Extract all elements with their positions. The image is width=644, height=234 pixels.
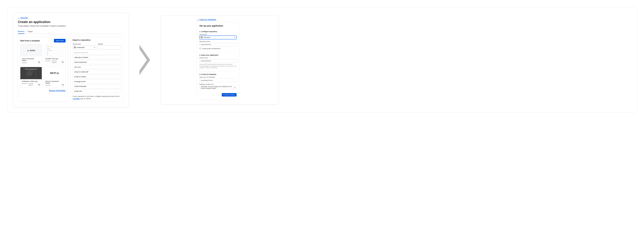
repo-item[interactable]: nextjs-boilerplate [73, 84, 121, 88]
import-title: Import a repository [73, 39, 121, 41]
private-repo-checkbox[interactable]: Create private Git Repository [200, 48, 236, 49]
repo-item[interactable]: platforms-starter-kit [73, 51, 121, 55]
db-location-select[interactable]: Automatic: D1 auto-assigns your database… [200, 86, 236, 89]
templates-title: Start from a template [20, 40, 40, 42]
db-name-input[interactable]: broad-hall-674d-d1 [200, 78, 236, 82]
repo-item[interactable]: message-board [73, 80, 121, 83]
git-account-label: Git account [200, 33, 236, 35]
git-account-value: nevikashah [76, 46, 85, 48]
svg-marker-0 [140, 45, 150, 75]
repo-access-footnote: If your repository is not shown, configu… [73, 95, 121, 100]
chevron-down-icon: ▾ [234, 36, 235, 38]
back-link-label: Overview [20, 17, 28, 19]
template-card-next[interactable]: NEXT.js Next.js Framework Starter Worker… [44, 67, 66, 88]
template-card-astro[interactable]: ▲ Astro Astro Framework Starter Workers … [20, 44, 42, 65]
repo-item[interactable]: nextjs-ai-chatbot [73, 75, 121, 79]
chevron-down-icon: ▾ [94, 46, 95, 48]
templates-card: Start from a template Quick Start ▲ Astr… [18, 36, 68, 102]
git-account-label: Git account [73, 43, 96, 45]
worker-name-label: Worker name [200, 57, 236, 59]
repo-item[interactable]: nextjs-ai-chatbotsdf [73, 70, 121, 74]
repo-list: platforms-starter-kit sdfnextjs-ai-chatb… [73, 51, 121, 93]
nextjs-logo-thumb: NEXT.js [44, 67, 65, 79]
astro-logo-thumb: ▲ Astro [20, 44, 42, 56]
db-name-label: Name your D1 Database [200, 76, 236, 78]
import-repo-card: Import a repository Git account nevikash… [70, 36, 124, 102]
back-to-create-link[interactable]: ← Create an application [197, 18, 216, 20]
template-name: Durable Chat App [45, 58, 62, 60]
flow-arrow [140, 45, 150, 75]
worker-name-input[interactable]: broad-hall-674d [200, 59, 236, 63]
create-application-panel: ← Overview Create an application To get … [13, 13, 129, 107]
repo-item[interactable]: admin-dashboard [73, 60, 121, 64]
arrow-left-icon: ← [18, 17, 20, 19]
chevron-right-icon [140, 45, 150, 75]
ts-badge-icon: TS [38, 83, 40, 86]
back-link-label: Create an application [199, 18, 216, 20]
create-and-deploy-button[interactable]: Create and deploy [222, 93, 236, 96]
repo-item[interactable]: sdfnextjs-ai-chatbot [73, 55, 121, 59]
globe-icon [26, 70, 36, 79]
step1-heading: 1. Configure repository [200, 31, 236, 32]
repo-name-input[interactable]: broad-hall-674d [200, 43, 236, 46]
chat-thumb: joined — 10:45 workers… 20 May 2024 Hey … [44, 44, 65, 56]
template-name: Multiplayer Globe App [22, 80, 38, 82]
arrow-left-icon: ← [197, 18, 198, 20]
template-card-globe[interactable]: Where's everyone at? Multiplayer Globe A… [20, 67, 42, 88]
template-name: Next.js Framework Starter [45, 80, 62, 84]
tab-bar: Workers Pages [18, 29, 124, 34]
ts-badge-icon: TS [62, 61, 64, 63]
step3-heading: 3. Create D1 Database [200, 73, 236, 75]
private-repo-checkbox-input[interactable] [200, 48, 201, 49]
setup-application-panel: ← Create an application Set up your appl… [161, 15, 279, 104]
cloudflare-app-link[interactable]: Cloudflare [73, 98, 80, 100]
setup-title: Set up your application [200, 25, 236, 27]
repo-name-label: Repository name [200, 41, 236, 42]
git-account-select[interactable]: nevikashah ▾ [73, 45, 96, 49]
worker-name-help: broad-hall-674d.test-subdomain2.workers.… [200, 63, 236, 69]
chevron-down-icon: ▾ [234, 87, 235, 88]
search-label: Search [98, 43, 121, 45]
ts-badge-icon: TS [38, 61, 40, 63]
db-location-label: Database location hint [200, 83, 236, 85]
tab-pages[interactable]: Pages [28, 29, 33, 34]
search-input[interactable] [98, 45, 121, 49]
page-title: Create an application [18, 20, 124, 24]
template-card-durable-chat[interactable]: joined — 10:45 workers… 20 May 2024 Hey … [44, 44, 66, 65]
git-account-value: nevikashah [203, 36, 210, 38]
git-account-select[interactable]: nevikashah ▾ [200, 36, 236, 39]
tab-workers[interactable]: Workers [18, 29, 24, 34]
page-subtitle: To get started, choose from a template o… [18, 25, 124, 27]
repo-item[interactable]: nextjs-chat [73, 89, 121, 93]
globe-thumb: Where's everyone at? [20, 67, 42, 79]
back-to-overview-link[interactable]: ← Overview [18, 17, 28, 19]
ts-badge-icon: TS [62, 84, 64, 86]
repo-item[interactable]: vite-react [73, 65, 121, 69]
github-icon [74, 46, 76, 48]
step2-heading: 2. Name your application [200, 54, 236, 56]
github-icon [201, 36, 202, 38]
browse-all-templates-link[interactable]: Browse all templates [49, 90, 66, 91]
quick-start-button[interactable]: Quick Start [54, 39, 66, 42]
template-name: Astro Framework Starter [22, 58, 38, 61]
